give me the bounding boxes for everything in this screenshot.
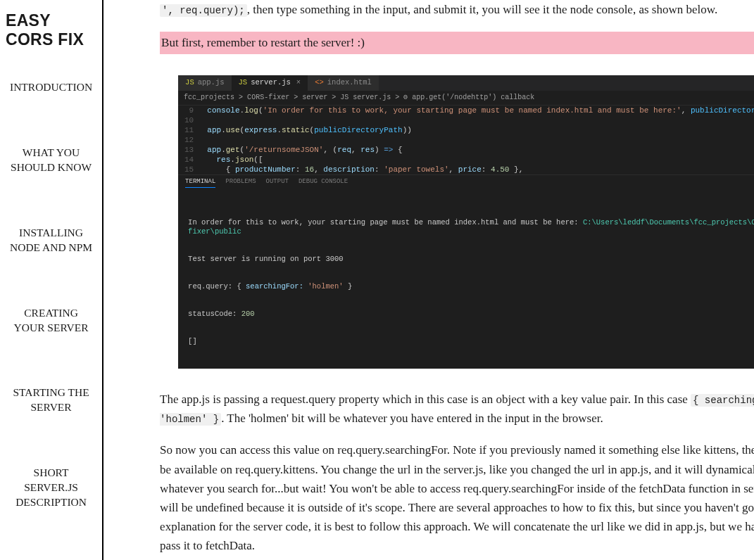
editor-breadcrumb[interactable]: fcc_projects > CORS-fixer > server > JS … bbox=[178, 91, 754, 106]
tab-label: server.js bbox=[251, 77, 291, 89]
main-content: ', req.query);, then type something in t… bbox=[103, 0, 754, 560]
editor-screenshot: JS app.js JS server.js × <> index.html f… bbox=[178, 75, 754, 369]
terminal-line: req.query: { searchingFor: 'holmen' } bbox=[188, 282, 754, 291]
code-line: app.use(express.static(publicDirectoryPa… bbox=[198, 125, 754, 135]
nav-starting-the-server[interactable]: STARTING THE SERVER bbox=[0, 376, 102, 425]
js-icon: JS bbox=[239, 77, 248, 89]
gutter-ln: 14 bbox=[178, 155, 194, 165]
lead-paragraph: ', req.query);, then type something in t… bbox=[160, 0, 754, 19]
nav-short-serverjs-description[interactable]: SHORT SERVER.JS DESCRIPTION bbox=[0, 456, 102, 520]
js-icon: JS bbox=[185, 77, 194, 89]
tab-appjs[interactable]: JS app.js bbox=[178, 75, 231, 91]
terminal-tabs: TERMINAL PROBLEMS OUTPUT DEBUG CONSOLE +… bbox=[178, 174, 754, 189]
html-icon: <> bbox=[315, 77, 324, 89]
editor-lines: console.log('In order for this to work, … bbox=[198, 106, 754, 174]
gutter-ln: 11 bbox=[178, 125, 194, 135]
terminal-tab-output[interactable]: OUTPUT bbox=[266, 177, 289, 188]
gutter-ln: 12 bbox=[178, 135, 194, 145]
terminal-line: Test server is running on port 3000 bbox=[188, 255, 754, 264]
nav-installing-node-and-npm[interactable]: INSTALLING NODE AND NPM bbox=[0, 216, 102, 265]
code-line bbox=[198, 115, 754, 125]
terminal-line: [] bbox=[188, 337, 754, 346]
tab-serverjs[interactable]: JS server.js × bbox=[232, 75, 308, 91]
tab-label: index.html bbox=[327, 77, 372, 89]
nav-what-you-should-know[interactable]: WHAT YOU SHOULD KNOW bbox=[0, 136, 102, 185]
gutter-ln: 10 bbox=[178, 115, 194, 125]
close-icon[interactable]: × bbox=[296, 77, 301, 89]
highlight-restart-server: But first, remember to restart the serve… bbox=[160, 32, 754, 54]
tab-label: app.js bbox=[198, 77, 225, 89]
code-line: res.json([ bbox=[198, 155, 754, 165]
code-line: app.get('/returnsomeJSON', (req, res) =>… bbox=[198, 145, 754, 155]
site-title: EASY CORS FIX bbox=[0, 0, 102, 63]
gutter-ln: 15 bbox=[178, 165, 194, 174]
editor-pane: 9101112131415 console.log('In order for … bbox=[178, 106, 754, 174]
paragraph-appjs-query: The app.js is passing a request.query pr… bbox=[160, 390, 754, 428]
nav-introduction[interactable]: INTRODUCTION bbox=[0, 70, 102, 105]
inline-code-req-query: ', req.query); bbox=[160, 4, 247, 17]
nav-the-appjs-file[interactable]: THE APP.JS FILE bbox=[0, 551, 102, 560]
sidebar-nav: INTRODUCTION WHAT YOU SHOULD KNOW INSTAL… bbox=[0, 63, 102, 560]
terminal-tab-problems[interactable]: PROBLEMS bbox=[225, 177, 256, 188]
gutter-ln: 13 bbox=[178, 145, 194, 155]
sidebar: EASY CORS FIX INTRODUCTION WHAT YOU SHOU… bbox=[0, 0, 103, 560]
gutter-ln: 9 bbox=[178, 106, 194, 115]
tab-indexhtml[interactable]: <> index.html bbox=[308, 75, 379, 91]
nav-creating-your-server[interactable]: CREATING YOUR SERVER bbox=[0, 296, 102, 345]
code-line bbox=[198, 135, 754, 145]
paragraph-scope-explanation: So now you can access this value on req.… bbox=[160, 440, 754, 555]
terminal-body: ⧉ node ⧉ node In order for this to work,… bbox=[178, 189, 754, 364]
code-line: console.log('In order for this to work, … bbox=[198, 106, 754, 115]
editor-gutter: 9101112131415 bbox=[178, 106, 198, 174]
terminal-line: statusCode: 200 bbox=[188, 310, 754, 319]
lead-text: , then type something in the input, and … bbox=[247, 3, 717, 16]
terminal-tab-debug[interactable]: DEBUG CONSOLE bbox=[299, 177, 348, 188]
terminal-line: In order for this to work, your starting… bbox=[188, 218, 754, 236]
terminal-tab-terminal[interactable]: TERMINAL bbox=[185, 177, 215, 188]
editor-tabs: JS app.js JS server.js × <> index.html bbox=[178, 75, 754, 91]
code-line: { productNumber: 16, description: 'paper… bbox=[198, 165, 754, 174]
